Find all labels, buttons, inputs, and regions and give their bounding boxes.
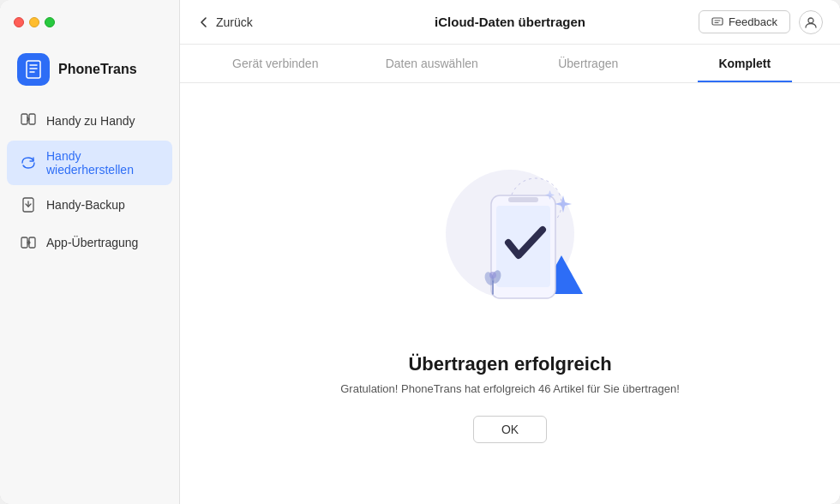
step-daten-auswaehlen: Daten auswählen — [354, 45, 511, 82]
logo-icon — [17, 53, 50, 86]
minimize-button[interactable] — [29, 17, 39, 27]
content-area: Übertragen erfolgreich Gratulation! Phon… — [180, 83, 840, 504]
app-window: PhoneTrans Handy zu Handy — [0, 0, 840, 504]
feedback-label: Feedback — [729, 15, 777, 28]
user-profile-button[interactable] — [799, 10, 823, 34]
main-content: Zurück iCloud-Daten übertragen Feedback — [180, 0, 840, 504]
handy-wiederherstellen-icon — [19, 153, 38, 172]
steps-bar: Gerät verbinden Daten auswählen Übertrag… — [180, 45, 840, 83]
sidebar-item-label: Handy wiederherstellen — [46, 149, 160, 177]
svg-point-12 — [808, 18, 813, 23]
ok-button[interactable]: OK — [473, 416, 547, 443]
app-uebertragung-icon — [19, 233, 38, 252]
topbar: Zurück iCloud-Daten übertragen Feedback — [180, 0, 840, 45]
sidebar-titlebar — [0, 0, 179, 45]
sidebar-item-handy-zu-handy[interactable]: Handy zu Handy — [7, 103, 172, 139]
sidebar-item-handy-wiederherstellen[interactable]: Handy wiederherstellen — [7, 141, 172, 185]
maximize-button[interactable] — [45, 17, 55, 27]
svg-rect-9 — [21, 237, 27, 248]
step-komplett: Komplett — [667, 45, 824, 82]
close-button[interactable] — [14, 17, 24, 27]
user-icon — [804, 15, 818, 29]
topbar-title: iCloud-Daten übertragen — [435, 15, 585, 29]
logo-area: PhoneTrans — [0, 45, 179, 103]
sidebar-item-app-uebertragung[interactable]: App-Übertragung — [7, 225, 172, 261]
success-description: Gratulation! PhoneTrans hat erfolgreich … — [340, 382, 680, 395]
success-illustration — [416, 144, 604, 333]
sidebar-item-handy-backup[interactable]: Handy-Backup — [7, 187, 172, 223]
feedback-button[interactable]: Feedback — [699, 10, 790, 33]
sidebar: PhoneTrans Handy zu Handy — [0, 0, 180, 504]
svg-point-23 — [489, 272, 496, 279]
feedback-icon — [711, 16, 723, 28]
logo-text: PhoneTrans — [58, 62, 137, 77]
topbar-right: Feedback — [699, 10, 823, 34]
svg-rect-19 — [508, 197, 538, 202]
sidebar-item-label: Handy zu Handy — [46, 114, 135, 128]
svg-rect-4 — [21, 114, 27, 124]
step-uebertragen: Übertragen — [510, 45, 667, 82]
svg-rect-0 — [27, 61, 40, 78]
sidebar-item-label: App-Übertragung — [46, 236, 138, 249]
step-geraet-verbinden: Gerät verbinden — [197, 45, 354, 82]
back-button[interactable]: Zurück — [197, 15, 253, 29]
back-label: Zurück — [216, 15, 253, 29]
svg-rect-11 — [712, 18, 723, 25]
handy-zu-handy-icon — [19, 111, 38, 130]
svg-rect-5 — [29, 114, 35, 124]
handy-backup-icon — [19, 195, 38, 214]
sidebar-nav: Handy zu Handy Handy wiederherstellen — [0, 103, 179, 261]
success-title: Übertragen erfolgreich — [408, 353, 611, 375]
sidebar-item-label: Handy-Backup — [46, 198, 125, 212]
traffic-lights — [14, 17, 55, 27]
